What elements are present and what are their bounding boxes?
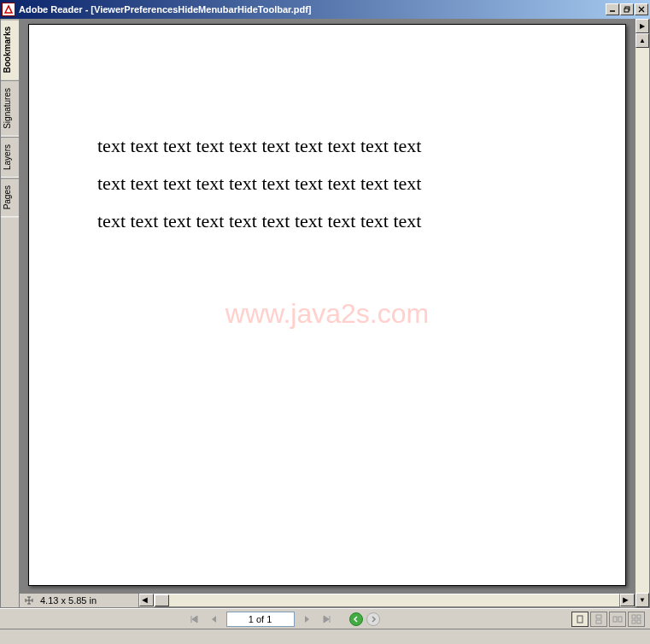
titlebar: Adobe Reader - [ViewerPreferencesHideMen…	[0, 0, 650, 19]
document-viewport[interactable]: text text text text text text text text …	[20, 19, 635, 593]
watermark: www.java2s.com	[29, 298, 625, 330]
text-line: text text text text text text text text …	[97, 202, 557, 240]
continuous-facing-view-button[interactable]	[628, 612, 645, 627]
app-title: Adobe Reader	[19, 4, 83, 15]
page-number-field[interactable]	[226, 612, 295, 627]
hscroll-track[interactable]	[154, 594, 620, 607]
tab-layers[interactable]: Layers	[1, 137, 19, 178]
minimize-button[interactable]	[606, 3, 619, 15]
facing-view-button[interactable]	[609, 612, 626, 627]
resize-grip-bar	[0, 629, 650, 642]
side-panel-tabs: Bookmarks Signatures Layers Pages	[1, 19, 20, 607]
document-area: text text text text text text text text …	[20, 19, 649, 607]
view-mode-buttons	[571, 612, 645, 627]
last-page-button[interactable]	[319, 612, 336, 627]
first-page-button[interactable]	[185, 612, 202, 627]
vscroll-up-button[interactable]: ▲	[635, 33, 649, 48]
dimensions-icon	[23, 594, 35, 606]
tab-signatures[interactable]: Signatures	[1, 80, 19, 137]
vscroll-down-button[interactable]: ▼	[635, 593, 649, 607]
nav-back-button[interactable]	[349, 612, 363, 626]
status-bar	[0, 608, 650, 629]
document-title: [ViewerPreferencesHideMenubarHideToolbar…	[91, 4, 311, 15]
vscroll-track[interactable]	[635, 48, 649, 593]
main-area: Bookmarks Signatures Layers Pages text t…	[0, 19, 650, 608]
svg-rect-5	[577, 616, 583, 623]
tab-pages[interactable]: Pages	[1, 178, 19, 217]
app-icon	[2, 3, 15, 16]
svg-rect-2	[624, 9, 629, 12]
single-page-view-button[interactable]	[571, 612, 589, 627]
svg-rect-12	[632, 620, 635, 624]
svg-rect-13	[637, 620, 641, 624]
hscroll-right-button[interactable]: ►	[620, 594, 635, 606]
pdf-page: text text text text text text text text …	[28, 24, 626, 586]
close-button[interactable]	[635, 3, 648, 15]
text-line: text text text text text text text text …	[97, 127, 557, 165]
title-separator: -	[83, 4, 91, 15]
svg-rect-11	[637, 615, 641, 618]
hscroll-thumb[interactable]	[155, 594, 169, 606]
svg-rect-7	[596, 620, 601, 624]
restore-button[interactable]	[620, 3, 634, 15]
svg-rect-9	[618, 617, 622, 622]
next-page-button[interactable]	[298, 612, 315, 627]
vscroll-jump-right[interactable]: ▶	[635, 19, 649, 33]
hscroll-left-button[interactable]: ◄	[139, 594, 154, 606]
vertical-scrollbar: ▶ ▲ ▼	[635, 19, 649, 607]
nav-forward-button[interactable]	[366, 612, 380, 626]
prev-page-button[interactable]	[206, 612, 223, 627]
tab-bookmarks[interactable]: Bookmarks	[1, 19, 19, 80]
page-dimensions: 4.13 x 5.85 in	[20, 594, 139, 607]
horizontal-scroll-row: 4.13 x 5.85 in ◄ ►	[20, 593, 635, 607]
svg-rect-8	[613, 617, 617, 622]
svg-rect-10	[632, 615, 635, 618]
svg-rect-6	[596, 615, 601, 618]
dimensions-text: 4.13 x 5.85 in	[40, 595, 97, 606]
text-line: text text text text text text text text …	[97, 165, 557, 202]
continuous-view-button[interactable]	[590, 612, 607, 627]
